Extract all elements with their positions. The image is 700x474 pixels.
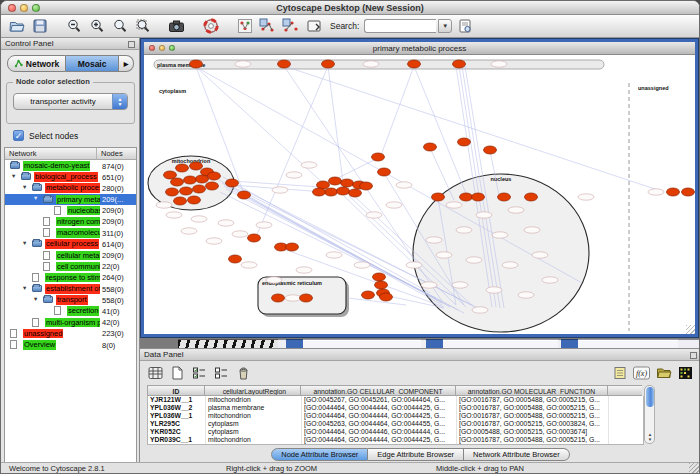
unselected-node[interactable] xyxy=(456,227,472,233)
table-row[interactable]: YPL036W__2plasma membrane[GO:0044464, GO… xyxy=(148,404,643,412)
unselected-node[interactable] xyxy=(272,187,288,193)
network-node[interactable] xyxy=(453,60,466,68)
network-node[interactable] xyxy=(349,189,362,197)
table-row[interactable]: YPL036W__1mitochondrion[GO:0044464, GO:0… xyxy=(148,412,643,420)
network-node[interactable] xyxy=(190,162,203,170)
tab-overflow-button[interactable]: ▶ xyxy=(119,55,134,72)
new-attribute-button[interactable] xyxy=(168,364,187,382)
unselected-node[interactable] xyxy=(386,202,402,208)
tree-row-nucleobase-[interactable]: nucleobase-209(0) xyxy=(5,205,136,216)
network-node[interactable] xyxy=(180,187,193,195)
network-node[interactable] xyxy=(190,60,203,68)
unselected-node[interactable] xyxy=(578,194,594,200)
unselected-node[interactable] xyxy=(518,292,534,298)
attribute-grid-button[interactable] xyxy=(146,364,165,382)
tab-mosaic[interactable]: Mosaic xyxy=(66,55,119,72)
unselected-node[interactable] xyxy=(491,61,507,67)
search-dropdown-icon[interactable]: ▼ xyxy=(438,19,452,33)
network-node[interactable] xyxy=(226,179,239,187)
modify-network-button[interactable] xyxy=(257,16,278,36)
search-input[interactable] xyxy=(364,19,436,33)
network-node[interactable] xyxy=(378,168,391,176)
network-node[interactable] xyxy=(278,60,291,68)
tree-row-metabolic-process[interactable]: ▾metabolic process280(0) xyxy=(5,182,136,193)
tree-row-biological-process[interactable]: ▾biological_process651(0) xyxy=(5,171,136,182)
unselected-node[interactable] xyxy=(508,207,524,213)
tree-row-cell-communicat[interactable]: cell communicat22(0) xyxy=(5,261,136,272)
network-node[interactable] xyxy=(325,188,338,196)
unselected-node[interactable] xyxy=(502,262,518,268)
window-titlebar[interactable]: Cytoscape Desktop (New Session) xyxy=(1,1,699,15)
expander-icon[interactable]: ▾ xyxy=(34,194,37,202)
network-node[interactable] xyxy=(248,234,261,242)
unselected-node[interactable] xyxy=(156,202,172,208)
network-node[interactable] xyxy=(300,294,313,302)
unselected-node[interactable] xyxy=(218,220,234,226)
network-node[interactable] xyxy=(193,185,206,193)
snapshot-button[interactable] xyxy=(166,16,187,36)
vizmapper-button[interactable] xyxy=(234,16,255,36)
unselected-node[interactable] xyxy=(166,212,182,218)
search-config-button[interactable] xyxy=(454,16,475,36)
table-row[interactable]: YKR052Ccytoplasm[GO:0044464, GO:0044446,… xyxy=(148,428,643,436)
network-node[interactable] xyxy=(362,291,375,299)
open-session-button[interactable] xyxy=(6,16,27,36)
unselected-node[interactable] xyxy=(648,189,664,195)
network-node[interactable] xyxy=(380,293,393,301)
unselected-node[interactable] xyxy=(476,212,492,218)
table-row[interactable]: YDR039C__1mitochondrion[GO:0044464, GO:0… xyxy=(148,436,643,444)
network-node[interactable] xyxy=(229,255,242,263)
unselected-node[interactable] xyxy=(232,231,248,237)
import-attributes-button[interactable] xyxy=(654,364,673,382)
network-node[interactable] xyxy=(164,171,177,179)
tree-row-nitrogen-compo[interactable]: nitrogen compo209(0) xyxy=(5,216,136,227)
network-node[interactable] xyxy=(196,175,209,183)
expander-icon[interactable]: ▾ xyxy=(23,239,26,247)
network-node[interactable] xyxy=(472,193,485,201)
tree-row-cellular-process[interactable]: ▾cellular process614(0) xyxy=(5,238,136,249)
network-view-titlebar[interactable]: primary metabolic process xyxy=(144,42,695,55)
network-node[interactable] xyxy=(188,196,201,204)
network-node[interactable] xyxy=(166,188,179,196)
background-window-labels[interactable] xyxy=(178,339,278,348)
network-node[interactable] xyxy=(432,193,445,201)
network-node[interactable] xyxy=(460,193,473,201)
network-node[interactable] xyxy=(238,191,251,199)
select-attributes-button[interactable] xyxy=(190,364,209,382)
zoom-fit-button[interactable] xyxy=(132,16,153,36)
unselected-node[interactable] xyxy=(466,257,482,263)
unselected-node[interactable] xyxy=(421,282,437,288)
network-node[interactable] xyxy=(373,273,386,281)
unselected-node[interactable] xyxy=(301,162,317,168)
background-window-strip[interactable] xyxy=(578,339,678,348)
filter-network-button[interactable] xyxy=(280,16,301,36)
network-node[interactable] xyxy=(667,188,680,196)
background-window-strip[interactable] xyxy=(303,339,421,348)
network-svg[interactable]: plasma membrane cytoplasm mitochondrion … xyxy=(144,55,695,336)
table-row[interactable]: YLR295Ccytoplasm[GO:0045263, GO:0044464,… xyxy=(148,420,643,428)
unselected-node[interactable] xyxy=(363,61,379,67)
tree-row-secretion[interactable]: secretion41(0) xyxy=(5,305,136,316)
unselected-node[interactable] xyxy=(452,282,468,288)
unselected-node[interactable] xyxy=(436,252,452,258)
unselected-node[interactable] xyxy=(206,238,222,244)
float-panel-icon[interactable] xyxy=(690,352,697,359)
select-nodes-checkbox[interactable]: ✓ xyxy=(13,130,24,141)
network-node[interactable] xyxy=(286,243,299,251)
scrollbar-thumb[interactable] xyxy=(646,387,654,407)
background-window-edge[interactable] xyxy=(561,339,578,348)
tree-row-mosaic-demo-yeast[interactable]: mosaic-demo-yeast874(0) xyxy=(5,160,136,171)
node-color-dropdown[interactable]: transporter activity ▲▼ xyxy=(13,93,128,110)
zoom-selected-button[interactable] xyxy=(109,16,130,36)
column-header[interactable]: annotation.GO CELLULAR_COMPONENT xyxy=(301,385,456,396)
tree-row-macromolecule[interactable]: macromolecule311(0) xyxy=(5,227,136,238)
tree-row-establishment-of-lo[interactable]: ▾establishment of lo558(0) xyxy=(5,283,136,294)
tree-row-cellular-metabo[interactable]: cellular metabo209(0) xyxy=(5,250,136,261)
function-builder-button[interactable]: f(x) xyxy=(632,364,651,382)
tree-row-multi-organism-pro[interactable]: multi-organism pro42(0) xyxy=(5,317,136,328)
tree-row-unassigned[interactable]: unassigned223(0) xyxy=(5,328,136,339)
network-node[interactable] xyxy=(272,294,285,302)
unselected-node[interactable] xyxy=(266,277,282,283)
zoom-in-button[interactable] xyxy=(86,16,107,36)
column-header[interactable]: ID xyxy=(147,385,205,396)
